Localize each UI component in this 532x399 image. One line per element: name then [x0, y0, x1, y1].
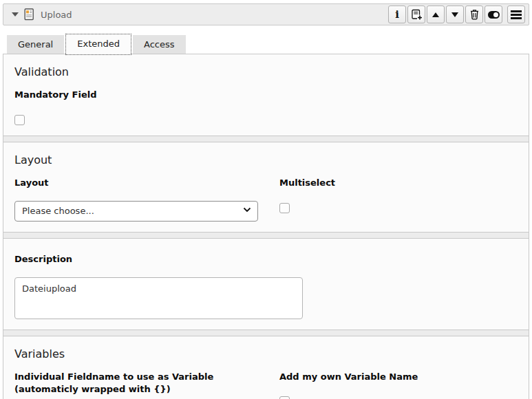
visibility-toggle-button[interactable] [485, 6, 502, 23]
document-icon [24, 8, 34, 21]
toggle-icon [488, 11, 500, 19]
tab-access[interactable]: Access [133, 35, 186, 54]
arrow-up-icon [432, 12, 439, 17]
own-variable-checkbox[interactable] [279, 396, 290, 399]
layout-select-label: Layout [14, 177, 279, 190]
layout-select[interactable]: Please choose... [14, 201, 258, 222]
mandatory-field-checkbox[interactable] [14, 115, 25, 125]
layout-heading: Layout [14, 153, 518, 166]
element-header-bar: Upload i [3, 3, 529, 25]
description-label: Description [14, 253, 518, 266]
duplicate-button[interactable] [407, 6, 425, 23]
description-textarea[interactable]: Dateiupload [14, 277, 303, 319]
drag-handle-button[interactable] [507, 6, 525, 23]
tab-content: Validation Mandatory Field Layout Layout… [3, 54, 529, 399]
variables-heading: Variables [14, 347, 518, 360]
arrow-down-icon [451, 12, 458, 17]
fieldname-label-line1: Individual Fieldname to use as Variable [14, 371, 279, 384]
multiselect-checkbox[interactable] [279, 203, 290, 213]
validation-heading: Validation [14, 65, 518, 78]
section-validation: Validation Mandatory Field [3, 54, 529, 136]
own-variable-label: Add my own Variable Name [279, 371, 518, 384]
layout-select-wrap: Please choose... [14, 201, 258, 222]
fieldname-label: Individual Fieldname to use as Variable … [14, 371, 279, 397]
section-variables: Variables Individual Fieldname to use as… [3, 336, 529, 399]
trash-icon [469, 9, 480, 20]
info-button[interactable]: i [388, 6, 406, 23]
info-icon: i [395, 10, 399, 20]
collapse-caret-icon[interactable] [12, 12, 19, 17]
tab-extended[interactable]: Extended [66, 34, 131, 54]
mandatory-field-label: Mandatory Field [14, 89, 518, 102]
multiselect-label: Multiselect [279, 177, 518, 190]
move-down-button[interactable] [446, 6, 464, 23]
duplicate-icon [411, 9, 423, 21]
element-title: Upload [41, 10, 72, 20]
move-up-button[interactable] [427, 6, 445, 23]
form-element-editor: Upload i [0, 0, 532, 399]
tab-general[interactable]: General [7, 35, 64, 54]
delete-button[interactable] [465, 6, 483, 23]
section-layout: Layout Layout Please choose... [3, 142, 529, 232]
fieldname-label-line2: (automaticly wrapped with {}) [14, 383, 279, 396]
menu-icon [511, 9, 522, 21]
tab-bar: General Extended Access [3, 30, 529, 54]
section-description: Description Dateiupload [3, 238, 529, 330]
